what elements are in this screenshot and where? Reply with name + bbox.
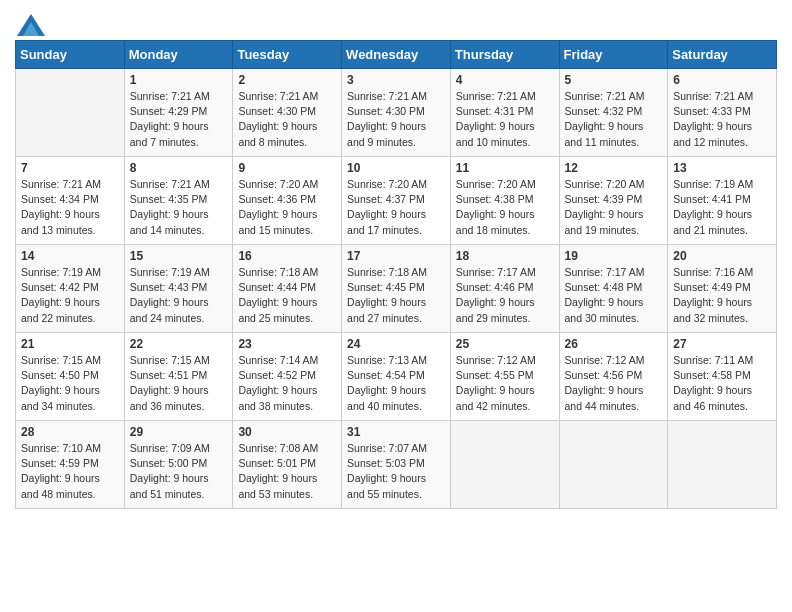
calendar-day-cell: 29Sunrise: 7:09 AM Sunset: 5:00 PM Dayli…: [124, 421, 233, 509]
calendar-day-cell: 22Sunrise: 7:15 AM Sunset: 4:51 PM Dayli…: [124, 333, 233, 421]
calendar-day-cell: 11Sunrise: 7:20 AM Sunset: 4:38 PM Dayli…: [450, 157, 559, 245]
logo: [15, 16, 45, 36]
day-number: 10: [347, 161, 445, 175]
calendar-week-row: 21Sunrise: 7:15 AM Sunset: 4:50 PM Dayli…: [16, 333, 777, 421]
day-number: 25: [456, 337, 554, 351]
calendar-day-cell: 3Sunrise: 7:21 AM Sunset: 4:30 PM Daylig…: [342, 69, 451, 157]
day-of-week-header: Wednesday: [342, 41, 451, 69]
calendar-day-cell: [668, 421, 777, 509]
day-info: Sunrise: 7:08 AM Sunset: 5:01 PM Dayligh…: [238, 441, 336, 502]
calendar-day-cell: 8Sunrise: 7:21 AM Sunset: 4:35 PM Daylig…: [124, 157, 233, 245]
calendar-day-cell: 21Sunrise: 7:15 AM Sunset: 4:50 PM Dayli…: [16, 333, 125, 421]
calendar-day-cell: 25Sunrise: 7:12 AM Sunset: 4:55 PM Dayli…: [450, 333, 559, 421]
calendar-day-cell: [559, 421, 668, 509]
calendar-day-cell: 28Sunrise: 7:10 AM Sunset: 4:59 PM Dayli…: [16, 421, 125, 509]
day-info: Sunrise: 7:21 AM Sunset: 4:32 PM Dayligh…: [565, 89, 663, 150]
day-number: 28: [21, 425, 119, 439]
day-number: 18: [456, 249, 554, 263]
calendar-day-cell: 9Sunrise: 7:20 AM Sunset: 4:36 PM Daylig…: [233, 157, 342, 245]
calendar-day-cell: 20Sunrise: 7:16 AM Sunset: 4:49 PM Dayli…: [668, 245, 777, 333]
calendar-day-cell: 5Sunrise: 7:21 AM Sunset: 4:32 PM Daylig…: [559, 69, 668, 157]
day-info: Sunrise: 7:21 AM Sunset: 4:29 PM Dayligh…: [130, 89, 228, 150]
calendar-day-cell: 2Sunrise: 7:21 AM Sunset: 4:30 PM Daylig…: [233, 69, 342, 157]
day-info: Sunrise: 7:18 AM Sunset: 4:44 PM Dayligh…: [238, 265, 336, 326]
day-number: 27: [673, 337, 771, 351]
page-header: [15, 10, 777, 36]
day-number: 21: [21, 337, 119, 351]
day-info: Sunrise: 7:19 AM Sunset: 4:41 PM Dayligh…: [673, 177, 771, 238]
day-number: 6: [673, 73, 771, 87]
day-number: 24: [347, 337, 445, 351]
day-info: Sunrise: 7:20 AM Sunset: 4:36 PM Dayligh…: [238, 177, 336, 238]
day-info: Sunrise: 7:20 AM Sunset: 4:37 PM Dayligh…: [347, 177, 445, 238]
calendar-day-cell: [16, 69, 125, 157]
calendar-header-row: SundayMondayTuesdayWednesdayThursdayFrid…: [16, 41, 777, 69]
day-number: 5: [565, 73, 663, 87]
day-number: 4: [456, 73, 554, 87]
day-info: Sunrise: 7:14 AM Sunset: 4:52 PM Dayligh…: [238, 353, 336, 414]
day-info: Sunrise: 7:07 AM Sunset: 5:03 PM Dayligh…: [347, 441, 445, 502]
day-info: Sunrise: 7:13 AM Sunset: 4:54 PM Dayligh…: [347, 353, 445, 414]
calendar-day-cell: 10Sunrise: 7:20 AM Sunset: 4:37 PM Dayli…: [342, 157, 451, 245]
day-number: 1: [130, 73, 228, 87]
calendar-day-cell: 18Sunrise: 7:17 AM Sunset: 4:46 PM Dayli…: [450, 245, 559, 333]
day-number: 8: [130, 161, 228, 175]
calendar-day-cell: 27Sunrise: 7:11 AM Sunset: 4:58 PM Dayli…: [668, 333, 777, 421]
day-number: 15: [130, 249, 228, 263]
day-info: Sunrise: 7:21 AM Sunset: 4:30 PM Dayligh…: [347, 89, 445, 150]
day-info: Sunrise: 7:21 AM Sunset: 4:35 PM Dayligh…: [130, 177, 228, 238]
calendar-table: SundayMondayTuesdayWednesdayThursdayFrid…: [15, 40, 777, 509]
calendar-day-cell: 13Sunrise: 7:19 AM Sunset: 4:41 PM Dayli…: [668, 157, 777, 245]
day-of-week-header: Tuesday: [233, 41, 342, 69]
calendar-day-cell: 30Sunrise: 7:08 AM Sunset: 5:01 PM Dayli…: [233, 421, 342, 509]
day-number: 2: [238, 73, 336, 87]
calendar-day-cell: 12Sunrise: 7:20 AM Sunset: 4:39 PM Dayli…: [559, 157, 668, 245]
calendar-day-cell: 4Sunrise: 7:21 AM Sunset: 4:31 PM Daylig…: [450, 69, 559, 157]
day-info: Sunrise: 7:17 AM Sunset: 4:46 PM Dayligh…: [456, 265, 554, 326]
day-number: 29: [130, 425, 228, 439]
day-number: 14: [21, 249, 119, 263]
day-info: Sunrise: 7:12 AM Sunset: 4:56 PM Dayligh…: [565, 353, 663, 414]
day-info: Sunrise: 7:09 AM Sunset: 5:00 PM Dayligh…: [130, 441, 228, 502]
calendar-day-cell: 24Sunrise: 7:13 AM Sunset: 4:54 PM Dayli…: [342, 333, 451, 421]
calendar-day-cell: 14Sunrise: 7:19 AM Sunset: 4:42 PM Dayli…: [16, 245, 125, 333]
day-number: 17: [347, 249, 445, 263]
day-info: Sunrise: 7:17 AM Sunset: 4:48 PM Dayligh…: [565, 265, 663, 326]
day-of-week-header: Saturday: [668, 41, 777, 69]
calendar-week-row: 14Sunrise: 7:19 AM Sunset: 4:42 PM Dayli…: [16, 245, 777, 333]
day-info: Sunrise: 7:10 AM Sunset: 4:59 PM Dayligh…: [21, 441, 119, 502]
day-number: 16: [238, 249, 336, 263]
day-of-week-header: Friday: [559, 41, 668, 69]
day-number: 22: [130, 337, 228, 351]
day-number: 19: [565, 249, 663, 263]
day-info: Sunrise: 7:18 AM Sunset: 4:45 PM Dayligh…: [347, 265, 445, 326]
day-of-week-header: Monday: [124, 41, 233, 69]
day-info: Sunrise: 7:19 AM Sunset: 4:42 PM Dayligh…: [21, 265, 119, 326]
day-number: 13: [673, 161, 771, 175]
calendar-week-row: 1Sunrise: 7:21 AM Sunset: 4:29 PM Daylig…: [16, 69, 777, 157]
day-number: 31: [347, 425, 445, 439]
day-number: 9: [238, 161, 336, 175]
day-number: 11: [456, 161, 554, 175]
calendar-day-cell: 16Sunrise: 7:18 AM Sunset: 4:44 PM Dayli…: [233, 245, 342, 333]
calendar-day-cell: 17Sunrise: 7:18 AM Sunset: 4:45 PM Dayli…: [342, 245, 451, 333]
day-number: 30: [238, 425, 336, 439]
calendar-day-cell: 19Sunrise: 7:17 AM Sunset: 4:48 PM Dayli…: [559, 245, 668, 333]
day-number: 20: [673, 249, 771, 263]
day-info: Sunrise: 7:15 AM Sunset: 4:50 PM Dayligh…: [21, 353, 119, 414]
calendar-day-cell: [450, 421, 559, 509]
calendar-day-cell: 7Sunrise: 7:21 AM Sunset: 4:34 PM Daylig…: [16, 157, 125, 245]
calendar-day-cell: 31Sunrise: 7:07 AM Sunset: 5:03 PM Dayli…: [342, 421, 451, 509]
day-info: Sunrise: 7:21 AM Sunset: 4:33 PM Dayligh…: [673, 89, 771, 150]
day-of-week-header: Sunday: [16, 41, 125, 69]
logo-icon: [17, 14, 45, 36]
day-info: Sunrise: 7:16 AM Sunset: 4:49 PM Dayligh…: [673, 265, 771, 326]
day-number: 7: [21, 161, 119, 175]
calendar-day-cell: 23Sunrise: 7:14 AM Sunset: 4:52 PM Dayli…: [233, 333, 342, 421]
day-number: 26: [565, 337, 663, 351]
day-number: 12: [565, 161, 663, 175]
day-number: 3: [347, 73, 445, 87]
calendar-week-row: 7Sunrise: 7:21 AM Sunset: 4:34 PM Daylig…: [16, 157, 777, 245]
day-info: Sunrise: 7:20 AM Sunset: 4:39 PM Dayligh…: [565, 177, 663, 238]
day-info: Sunrise: 7:12 AM Sunset: 4:55 PM Dayligh…: [456, 353, 554, 414]
